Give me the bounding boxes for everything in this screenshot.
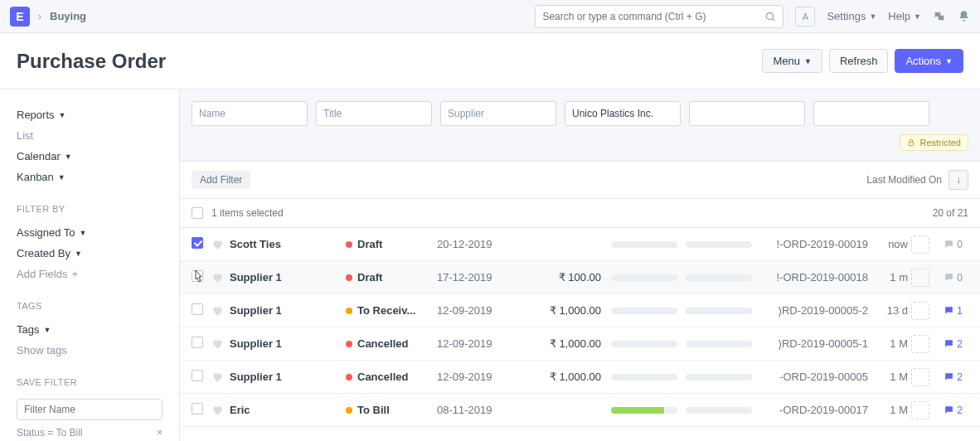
row-comments[interactable]: 2 [933, 371, 963, 383]
row-id[interactable]: !-ORD-2019-00019 [760, 238, 868, 250]
row-comments[interactable]: 0 [933, 272, 963, 284]
filter-title[interactable] [316, 101, 432, 126]
row-image[interactable] [908, 269, 933, 287]
table-row[interactable]: Scott Ties Draft 20-12-2019 !-ORD-2019-0… [180, 228, 980, 261]
row-checkbox[interactable] [192, 370, 203, 381]
settings-menu[interactable]: Settings▼ [827, 10, 876, 22]
row-name[interactable]: Supplier 1 [230, 271, 346, 284]
sort-direction-button[interactable]: ↓ [948, 170, 968, 190]
row-name[interactable]: Scott Ties [230, 238, 346, 250]
selection-count: 1 items selected [211, 207, 284, 219]
comment-icon [944, 371, 954, 382]
sidebar: Reports▼ListCalendar▼Kanban▼ FILTER BY A… [0, 90, 179, 441]
saved-filter-chip[interactable]: Status = To Bill × [17, 427, 163, 439]
close-icon[interactable]: × [157, 427, 163, 439]
row-progress-received [611, 374, 686, 380]
heart-icon[interactable] [211, 272, 223, 284]
sidebar-filter-assigned-to[interactable]: Assigned To▼ [17, 222, 163, 243]
row-id[interactable]: -ORD-2019-00005 [760, 371, 868, 383]
caret-down-icon: ▼ [914, 12, 921, 21]
global-search[interactable] [535, 5, 784, 28]
sort-label[interactable]: Last Modified On [866, 174, 942, 186]
row-image[interactable] [908, 302, 933, 320]
sidebar-filter-add-fields[interactable]: Add Fields+ [17, 264, 163, 284]
row-comments[interactable]: 2 [933, 338, 963, 350]
row-id[interactable]: !-ORD-2019-00018 [760, 271, 868, 284]
row-amount: ₹ 1,000.00 [520, 337, 611, 350]
menu-button[interactable]: Menu▼ [762, 49, 822, 73]
filter-extra-1[interactable] [689, 101, 805, 126]
filter-name[interactable] [192, 101, 308, 126]
sidebar-filter-created-by[interactable]: Created By▼ [17, 243, 163, 264]
search-input[interactable] [542, 11, 764, 22]
heart-icon[interactable] [211, 338, 223, 350]
user-avatar[interactable]: A [795, 7, 815, 27]
actions-button[interactable]: Actions▼ [895, 49, 963, 73]
heart-icon[interactable] [211, 405, 223, 416]
pagination-count: 20 of 21 [933, 207, 968, 219]
table-row[interactable]: Supplier 1 Draft 17-12-2019 ₹ 100.00 !-O… [180, 261, 980, 294]
row-id[interactable]: )RD-2019-00005-1 [760, 337, 868, 350]
row-image[interactable] [908, 401, 933, 419]
heart-icon[interactable] [211, 305, 223, 317]
filter-supplier-value[interactable] [565, 101, 681, 126]
heart-icon[interactable] [211, 239, 223, 250]
row-name[interactable]: Supplier 1 [230, 371, 346, 383]
help-menu[interactable]: Help▼ [888, 10, 921, 22]
plus-icon: + [71, 268, 78, 280]
row-progress-received [611, 407, 686, 414]
filter-extra-2[interactable] [813, 101, 929, 126]
breadcrumb-buying[interactable]: Buying [50, 10, 86, 22]
row-date: 08-11-2019 [437, 404, 520, 416]
status-dot-icon [346, 308, 352, 314]
sidebar-view-reports[interactable]: Reports▼ [17, 104, 163, 125]
sidebar-tags-show-tags[interactable]: Show tags [17, 340, 163, 361]
table-row[interactable]: Supplier 1 Cancelled 12-09-2019 ₹ 1,000.… [180, 327, 980, 361]
row-name[interactable]: Supplier 1 [230, 337, 346, 350]
row-time: 1 M [868, 404, 908, 416]
row-id[interactable]: -ORD-2019-00017 [760, 404, 868, 416]
arrow-down-icon: ↓ [956, 174, 961, 186]
search-icon [764, 11, 776, 22]
row-comments[interactable]: 2 [933, 405, 963, 416]
refresh-button[interactable]: Refresh [829, 49, 889, 73]
table-row[interactable]: Eric To Bill 08-11-2019 -ORD-2019-00017 … [180, 394, 980, 427]
row-time: 1 m [868, 271, 908, 284]
app-logo[interactable]: E [10, 7, 30, 27]
sidebar-view-list[interactable]: List [17, 125, 163, 146]
select-all-checkbox[interactable] [192, 207, 203, 219]
row-checkbox[interactable] [192, 270, 203, 282]
row-checkbox[interactable] [192, 303, 203, 315]
row-progress-received [611, 274, 686, 281]
filter-name-input[interactable] [17, 399, 163, 420]
row-status: To Bill [346, 404, 437, 416]
row-name[interactable]: Eric [230, 404, 346, 416]
row-image[interactable] [908, 235, 933, 254]
chat-icon[interactable] [933, 10, 946, 23]
row-comments[interactable]: 1 [933, 305, 963, 317]
row-date: 12-09-2019 [437, 371, 520, 383]
table-row[interactable]: Supplier 1 Cancelled 12-09-2019 ₹ 1,000.… [180, 361, 980, 394]
row-time: 1 M [868, 371, 908, 383]
main-content: Restricted Add Filter Last Modified On ↓… [179, 90, 980, 441]
row-name[interactable]: Supplier 1 [230, 304, 346, 317]
row-checkbox[interactable] [192, 337, 203, 348]
caret-down-icon: ▼ [75, 250, 82, 258]
row-checkbox[interactable] [192, 403, 203, 414]
sidebar-view-kanban[interactable]: Kanban▼ [17, 167, 163, 187]
row-id[interactable]: )RD-2019-00005-2 [760, 304, 868, 317]
row-image[interactable] [908, 335, 933, 353]
add-filter-button[interactable]: Add Filter [192, 171, 250, 189]
row-comments[interactable]: 0 [933, 239, 963, 250]
sidebar-tags-tags[interactable]: Tags▼ [17, 319, 163, 340]
sidebar-view-calendar[interactable]: Calendar▼ [17, 146, 163, 167]
heart-icon[interactable] [211, 371, 223, 383]
row-checkbox[interactable] [192, 237, 203, 249]
filter-supplier[interactable] [440, 101, 556, 126]
row-image[interactable] [908, 368, 933, 386]
bell-icon[interactable] [958, 10, 970, 22]
row-time: now [868, 238, 908, 250]
row-date: 20-12-2019 [437, 238, 520, 250]
table-row[interactable]: Supplier 1 To Receiv... 12-09-2019 ₹ 1,0… [180, 294, 980, 327]
svg-line-1 [773, 18, 775, 21]
